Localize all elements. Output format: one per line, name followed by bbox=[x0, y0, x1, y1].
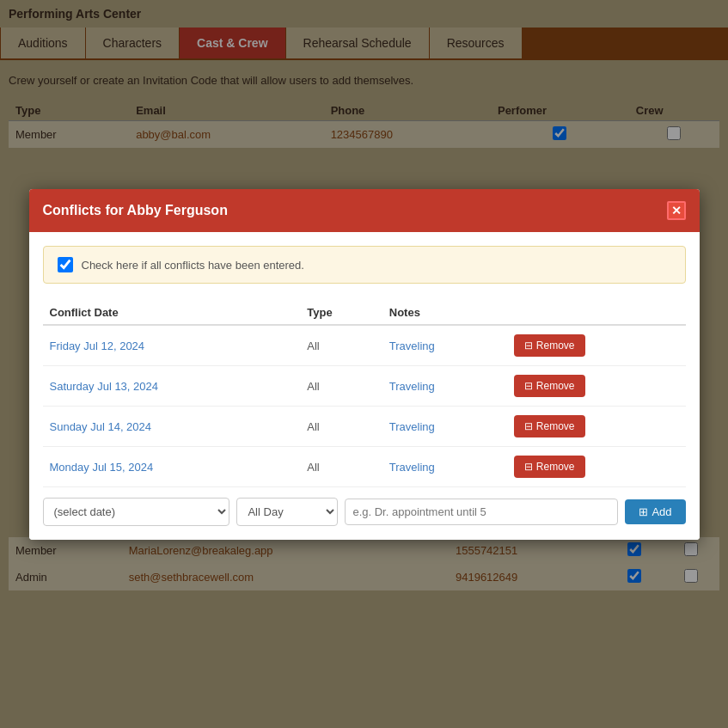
conflict-row: Saturday Jul 13, 2024 All Traveling ⊟ Re… bbox=[43, 366, 686, 407]
remove-button[interactable]: ⊟ Remove bbox=[514, 415, 585, 437]
conflict-actions: ⊟ Remove bbox=[507, 447, 686, 487]
remove-icon: ⊟ bbox=[524, 340, 533, 352]
modal-header: Conflicts for Abby Ferguson ✕ bbox=[29, 189, 700, 232]
remove-label: Remove bbox=[536, 420, 575, 432]
col-actions bbox=[507, 301, 686, 325]
remove-icon: ⊟ bbox=[524, 461, 533, 473]
conflicts-notice-label: Check here if all conflicts have been en… bbox=[82, 259, 304, 272]
add-label: Add bbox=[652, 505, 671, 518]
conflict-row: Friday Jul 12, 2024 All Traveling ⊟ Remo… bbox=[43, 325, 686, 366]
conflict-notes: Traveling bbox=[382, 447, 507, 487]
conflict-type: All bbox=[300, 325, 382, 366]
conflict-date: Sunday Jul 14, 2024 bbox=[43, 407, 301, 447]
conflict-notes: Traveling bbox=[382, 325, 507, 366]
conflict-notes: Traveling bbox=[382, 366, 507, 407]
remove-label: Remove bbox=[536, 461, 575, 473]
add-conflict-row: (select date) All Day ⊞ Add bbox=[43, 498, 686, 526]
conflicts-complete-checkbox[interactable] bbox=[58, 257, 73, 272]
type-select[interactable]: All Day bbox=[236, 498, 338, 526]
conflicts-table: Conflict Date Type Notes Friday Jul 12, … bbox=[43, 301, 686, 487]
modal-title: Conflicts for Abby Ferguson bbox=[43, 203, 228, 218]
conflict-date: Friday Jul 12, 2024 bbox=[43, 325, 301, 366]
remove-label: Remove bbox=[536, 380, 575, 392]
notes-input[interactable] bbox=[345, 499, 618, 525]
conflict-actions: ⊟ Remove bbox=[507, 325, 686, 366]
conflicts-notice: Check here if all conflicts have been en… bbox=[43, 246, 686, 284]
remove-button[interactable]: ⊟ Remove bbox=[514, 456, 585, 478]
add-conflict-button[interactable]: ⊞ Add bbox=[625, 499, 685, 524]
conflict-notes: Traveling bbox=[382, 407, 507, 447]
date-select[interactable]: (select date) bbox=[43, 498, 230, 526]
modal-overlay: Conflicts for Abby Ferguson ✕ Check here… bbox=[0, 0, 728, 728]
remove-button[interactable]: ⊟ Remove bbox=[514, 334, 585, 357]
conflict-type: All bbox=[300, 366, 382, 407]
conflict-row: Monday Jul 15, 2024 All Traveling ⊟ Remo… bbox=[43, 447, 686, 487]
conflict-date: Saturday Jul 13, 2024 bbox=[43, 366, 301, 407]
conflicts-modal: Conflicts for Abby Ferguson ✕ Check here… bbox=[29, 189, 700, 540]
conflict-type: All bbox=[300, 447, 382, 487]
conflict-actions: ⊟ Remove bbox=[507, 366, 686, 407]
conflict-date: Monday Jul 15, 2024 bbox=[43, 447, 301, 487]
modal-close-button[interactable]: ✕ bbox=[667, 201, 686, 220]
add-icon: ⊞ bbox=[639, 505, 648, 518]
remove-label: Remove bbox=[536, 340, 575, 352]
remove-icon: ⊟ bbox=[524, 420, 533, 432]
conflict-type: All bbox=[300, 407, 382, 447]
remove-icon: ⊟ bbox=[524, 380, 533, 392]
conflict-actions: ⊟ Remove bbox=[507, 407, 686, 447]
col-conflict-type: Type bbox=[300, 301, 382, 325]
modal-body: Check here if all conflicts have been en… bbox=[29, 232, 700, 540]
col-conflict-notes: Notes bbox=[382, 301, 507, 325]
remove-button[interactable]: ⊟ Remove bbox=[514, 375, 585, 397]
col-conflict-date: Conflict Date bbox=[43, 301, 301, 325]
conflict-row: Sunday Jul 14, 2024 All Traveling ⊟ Remo… bbox=[43, 407, 686, 447]
